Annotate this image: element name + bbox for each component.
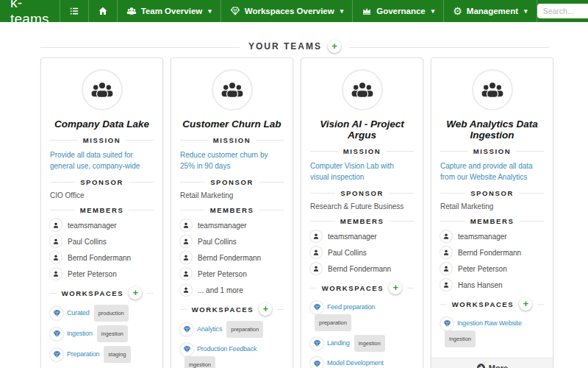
chevron-down-icon: ▾ — [208, 7, 212, 15]
member-row: ... and 1 more — [180, 284, 284, 296]
nav-item-management[interactable]: ⚙Management▾ — [444, 0, 537, 22]
member-avatar — [180, 268, 192, 280]
section-header: MEMBERS — [180, 206, 284, 214]
person-icon — [182, 286, 190, 294]
workspace-link[interactable]: Ingestion — [67, 330, 93, 337]
search-input[interactable] — [537, 4, 588, 18]
person-icon — [442, 233, 450, 240]
section-header: MEMBERS — [440, 217, 544, 225]
member-row: Bernd Fondermann — [310, 263, 414, 275]
member-row: Bernd Fondermann — [50, 252, 154, 263]
team-card-body: Vision AI - Project ArgusMISSIONComputer… — [301, 58, 423, 368]
team-name: Company Data Lake — [50, 118, 154, 130]
add-workspace-button[interactable]: + — [519, 297, 532, 311]
workspace-link[interactable]: Analytics — [197, 325, 222, 333]
workspace-gem-badge — [50, 307, 63, 320]
member-name: ... and 1 more — [198, 286, 243, 294]
nav-item-team-overview[interactable]: Team Overview▾ — [118, 0, 221, 22]
nav-item-home[interactable] — [89, 0, 118, 22]
users-icon — [126, 6, 137, 16]
member-avatar — [440, 247, 452, 258]
chevron-down-icon: ▾ — [340, 7, 344, 15]
team-mission: Reduce customer churn by 25% in 90 days — [180, 149, 284, 171]
add-team-button[interactable]: + — [328, 40, 341, 53]
environment-badge: ingestion — [184, 356, 215, 368]
home-icon — [98, 6, 108, 16]
member-avatar — [180, 219, 192, 231]
member-avatar — [180, 236, 192, 247]
section-label: WORKSPACES — [322, 284, 384, 292]
add-workspace-button[interactable]: + — [389, 281, 402, 294]
users-icon — [90, 78, 114, 102]
teams-list: Company Data LakeMISSIONProvide all data… — [40, 57, 553, 368]
team-card-body: Customer Churn LabMISSIONReduce customer… — [171, 58, 293, 368]
member-avatar — [50, 268, 62, 280]
member-name: Peter Peterson — [68, 270, 117, 278]
section-header: MISSION — [180, 136, 284, 144]
member-name: Bernd Fondermann — [458, 249, 521, 257]
nav-item-label: Management — [467, 7, 518, 15]
workspace-link[interactable]: Production Feedback — [197, 345, 257, 353]
section-label: WORKSPACES — [192, 305, 254, 314]
team-sponsor: Retail Marketing — [180, 191, 284, 199]
member-avatar — [310, 230, 322, 242]
member-avatar — [440, 279, 452, 291]
section-label: SPONSOR — [470, 189, 514, 197]
member-row: Paul Collins — [50, 236, 154, 247]
person-icon — [442, 265, 450, 272]
workspace-link[interactable]: Feed preparation — [327, 303, 375, 311]
crown-icon — [362, 6, 372, 16]
member-name: Peter Peterson — [198, 270, 247, 278]
workspace-row: Analyticspreparation — [180, 321, 284, 338]
workspace-row: Landingingestion — [310, 335, 414, 352]
section-header: SPONSOR — [180, 178, 284, 186]
nav-item-label: Team Overview — [141, 7, 203, 15]
member-row: teamsmanager — [50, 219, 154, 231]
section-label: SPONSOR — [210, 178, 254, 186]
workspace-link[interactable]: Preparation — [67, 350, 99, 358]
workspace-link[interactable]: Ingestion Raw Website — [457, 319, 522, 327]
users-icon — [351, 78, 374, 102]
member-name: Hans Hansen — [458, 281, 503, 289]
nav-item-menu[interactable] — [60, 0, 89, 22]
workspace-link[interactable]: Model Development — [327, 360, 384, 367]
app-logo[interactable]: κ-teams — [0, 0, 60, 22]
section-header: MISSION — [310, 147, 414, 155]
person-icon — [52, 222, 60, 229]
section-label: MISSION — [83, 136, 121, 144]
your-teams-title: YOUR TEAMS — [248, 41, 322, 52]
person-icon — [312, 249, 320, 256]
team-card: Company Data LakeMISSIONProvide all data… — [40, 57, 163, 368]
section-header: WORKSPACES+ — [310, 281, 414, 294]
team-card-body: Web Analytics Data IngestionMISSIONCaptu… — [431, 58, 553, 358]
add-workspace-button[interactable]: + — [129, 286, 142, 300]
gem-filled-icon — [183, 325, 191, 333]
nav-item-governance[interactable]: Governance▾ — [353, 0, 444, 22]
section-header: WORKSPACES+ — [50, 286, 154, 300]
member-avatar — [50, 236, 62, 247]
member-name: teamsmanager — [68, 222, 117, 230]
workspace-gem-badge — [50, 348, 63, 361]
nav-item-workspaces-overview[interactable]: Workspaces Overview▾ — [221, 0, 353, 22]
section-header: SPONSOR — [310, 189, 414, 197]
team-avatar — [212, 69, 253, 110]
workspace-gem-badge — [310, 357, 323, 368]
workspace-link[interactable]: Landing — [327, 339, 350, 347]
workspace-link[interactable]: Curated — [67, 309, 90, 316]
gem-filled-icon — [313, 303, 321, 311]
gem-filled-icon — [313, 339, 321, 347]
member-avatar — [180, 252, 192, 263]
member-row: Hans Hansen — [440, 279, 544, 291]
environment-badge: ingestion — [445, 330, 476, 347]
team-name: Customer Churn Lab — [180, 118, 284, 130]
team-mission: Computer Vision Lab with visual inspecti… — [310, 160, 414, 183]
member-row: Paul Collins — [310, 247, 414, 258]
section-header: MISSION — [50, 136, 154, 144]
users-icon — [220, 78, 244, 102]
add-workspace-button[interactable]: + — [259, 302, 272, 316]
member-name: teamsmanager — [198, 222, 247, 230]
more-button[interactable]: More — [431, 358, 553, 368]
person-icon — [182, 222, 190, 229]
person-icon — [52, 238, 60, 245]
person-icon — [182, 238, 190, 245]
